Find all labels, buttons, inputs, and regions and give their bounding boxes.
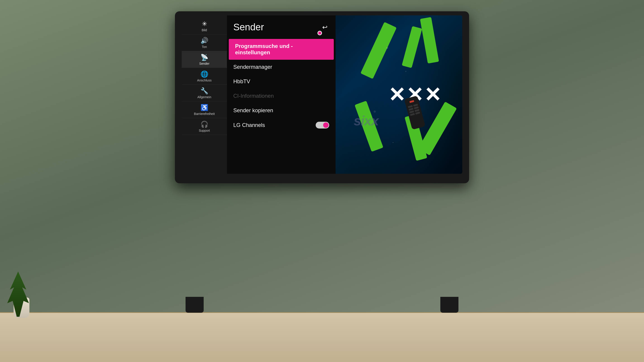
particle-1 <box>386 47 388 49</box>
toggle-knob <box>323 122 328 128</box>
sidebar-item-allgemein[interactable]: 🔧 Allgemein <box>182 84 227 101</box>
sidebar-item-bild[interactable]: ✳ Bild <box>182 18 227 34</box>
sidebar-label-bild: Bild <box>202 28 207 32</box>
tv-stand-leg-right <box>440 297 458 313</box>
settings-sidebar: ✳ Bild 🔊 Ton 📡 Sender 🌐 Anschluss 🔧 <box>182 16 227 174</box>
menu-item-label-sender-kopieren: Sender kopieren <box>233 107 273 114</box>
support-icon: 🎧 <box>200 121 208 128</box>
bild-icon: ✳ <box>202 21 207 27</box>
tv-frame: ✳ Bild 🔊 Ton 📡 Sender 🌐 Anschluss 🔧 <box>175 11 469 183</box>
sidebar-item-support[interactable]: 🎧 Support <box>182 118 227 135</box>
settings-panel: Sender ↩ Programmsuche und -einstellunge… <box>227 16 336 174</box>
menu-item-label-hbbtv: HbbTV <box>233 78 250 84</box>
sidebar-label-allgemein: Allgemein <box>197 95 211 99</box>
particle-3 <box>374 110 376 113</box>
menu-item-sender-kopieren[interactable]: Sender kopieren <box>227 103 336 118</box>
ton-icon: 🔊 <box>200 38 208 44</box>
remote-indicator <box>409 100 414 103</box>
menu-item-label-lg-channels: LG Channels <box>233 122 265 128</box>
sidebar-item-sender[interactable]: 📡 Sender <box>182 51 227 68</box>
tv-content: ✳ Bild 🔊 Ton 📡 Sender 🌐 Anschluss 🔧 <box>182 16 462 174</box>
cursor-pointer <box>318 31 322 35</box>
lg-channels-toggle[interactable] <box>316 122 329 128</box>
lg-channels-toggle-container <box>316 122 329 128</box>
barrierefreiheit-icon: ♿ <box>200 104 208 111</box>
menu-item-sendermanager[interactable]: Sendermanager <box>227 60 336 74</box>
back-button[interactable]: ↩ <box>320 22 329 32</box>
sidebar-item-ton[interactable]: 🔊 Ton <box>182 34 227 51</box>
remote-buttons <box>408 104 420 116</box>
menu-item-label-sendermanager: Sendermanager <box>233 64 272 70</box>
sidebar-item-anschluss[interactable]: 🌐 Anschluss <box>182 68 227 84</box>
sender-icon: 📡 <box>200 54 208 61</box>
menu-item-label-programmsuche: Programmsuche und -einstellungen <box>235 43 328 56</box>
menu-item-hbbtv[interactable]: HbbTV <box>227 74 336 89</box>
sidebar-label-ton: Ton <box>202 45 207 49</box>
sidebar-item-barrierefreiheit[interactable]: ♿ Barrierefreiheit <box>182 101 227 118</box>
panel-title: Sender <box>233 22 264 32</box>
sidebar-label-support: Support <box>199 129 210 132</box>
sidebar-label-sender: Sender <box>199 62 209 66</box>
table-surface <box>0 312 644 362</box>
menu-item-lg-channels[interactable]: LG Channels <box>227 118 336 132</box>
sidebar-label-anschluss: Anschluss <box>197 78 212 82</box>
menu-item-label-ci-informationen: CI-Informationen <box>233 93 274 99</box>
particle-2 <box>405 71 406 72</box>
menu-item-ci-informationen: CI-Informationen <box>227 89 336 103</box>
tv-screen: ✳ Bild 🔊 Ton 📡 Sender 🌐 Anschluss 🔧 <box>182 16 462 174</box>
menu-item-programmsuche[interactable]: Programmsuche und -einstellungen <box>229 39 334 60</box>
sidebar-label-barrierefreiheit: Barrierefreiheit <box>194 112 215 116</box>
channel-watermark: sixx <box>354 113 378 128</box>
particle-5 <box>392 142 394 143</box>
back-icon: ↩ <box>322 24 328 31</box>
tv-background-area: sixx ✕✕✕ <box>336 16 462 174</box>
allgemein-icon: 🔧 <box>200 88 208 94</box>
anschluss-icon: 🌐 <box>200 71 208 78</box>
menu-list: Programmsuche und -einstellungen Senderm… <box>227 37 336 134</box>
tv-stand-leg-left <box>186 297 204 313</box>
